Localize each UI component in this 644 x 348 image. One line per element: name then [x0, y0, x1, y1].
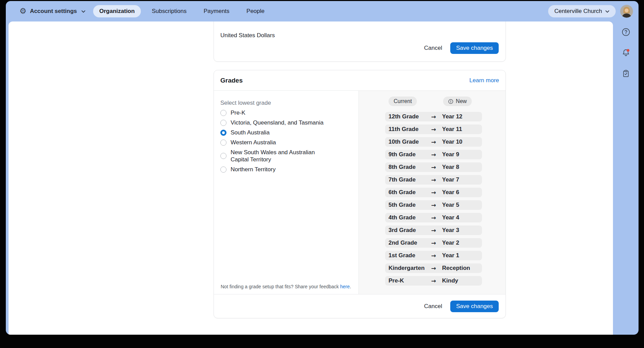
radio-option-victoria-queensland-tasmania[interactable]: Victoria, Queensland, and Tasmania: [220, 119, 352, 126]
current-column-pill: Current: [389, 97, 417, 106]
select-lowest-grade-label: Select lowest grade: [220, 100, 352, 106]
new-label: New: [456, 98, 467, 104]
new-grade: Kindy: [442, 277, 458, 284]
current-grade: 6th Grade: [389, 189, 427, 196]
app-window: ⚙ Account settings Organization Subscrip…: [6, 1, 639, 335]
mapping-row: 1st Grade→Year 1: [385, 251, 482, 260]
currency-card: United States Dollars Cancel Save change…: [214, 21, 506, 62]
mapping-row: 4th Grade→Year 4: [385, 213, 482, 222]
account-settings-menu[interactable]: ⚙ Account settings: [19, 1, 86, 21]
tab-organization[interactable]: Organization: [93, 5, 141, 17]
bell-icon: [621, 48, 631, 58]
arrow-right-icon: →: [427, 151, 440, 158]
radio-option-northern-territory[interactable]: Northern Territory: [220, 166, 352, 173]
tab-subscriptions[interactable]: Subscriptions: [146, 5, 193, 17]
save-changes-button[interactable]: Save changes: [450, 301, 499, 312]
mapping-row: Kindergarten→Reception: [385, 263, 482, 273]
current-grade: 3rd Grade: [389, 227, 427, 234]
arrow-right-icon: →: [427, 252, 440, 259]
radio-button[interactable]: [220, 153, 226, 159]
mapping-row: 7th Grade→Year 7: [385, 175, 482, 185]
mapping-row: 3rd Grade→Year 3: [385, 226, 482, 235]
radio-option-label[interactable]: South Australia: [231, 129, 269, 136]
mapping-row: Pre-K→Kindy: [385, 276, 482, 286]
grades-title: Grades: [220, 77, 243, 84]
arrow-right-icon: →: [427, 176, 440, 183]
new-grade: Year 7: [442, 176, 459, 183]
mapping-row: 11th Grade→Year 11: [385, 125, 482, 134]
new-grade: Year 10: [442, 139, 463, 145]
current-grade: 4th Grade: [389, 214, 427, 221]
current-grade: 2nd Grade: [389, 240, 427, 246]
new-column-pill: New: [443, 97, 472, 106]
current-grade: 11th Grade: [389, 126, 427, 133]
help-button[interactable]: [621, 27, 631, 37]
arrow-right-icon: →: [427, 202, 440, 208]
currency-card-actions: Cancel Save changes: [424, 42, 499, 54]
radio-option-label[interactable]: Northern Territory: [231, 166, 276, 173]
mapping-row: 2nd Grade→Year 2: [385, 238, 482, 248]
chevron-down-icon: [81, 10, 86, 13]
grades-card: Grades Learn more Select lowest grade Pr…: [214, 70, 506, 318]
radio-button[interactable]: [220, 110, 226, 116]
help-icon: [621, 27, 631, 37]
radio-option-label[interactable]: Pre-K: [231, 109, 245, 116]
current-grade: 1st Grade: [389, 252, 427, 259]
new-grade: Year 1: [442, 252, 459, 259]
new-grade: Year 3: [442, 227, 459, 234]
radio-button[interactable]: [220, 120, 226, 126]
learn-more-link[interactable]: Learn more: [469, 77, 499, 84]
grades-card-header: Grades Learn more: [214, 70, 506, 91]
arrow-right-icon: →: [427, 113, 440, 120]
new-grade: Year 2: [442, 240, 459, 246]
arrow-right-icon: →: [427, 189, 440, 196]
radio-button[interactable]: [220, 166, 226, 173]
main-content-panel: United States Dollars Cancel Save change…: [9, 21, 613, 335]
radio-option-label[interactable]: Western Australia: [231, 139, 276, 146]
radio-option-label[interactable]: Victoria, Queensland, and Tasmania: [231, 119, 324, 126]
radio-button[interactable]: [220, 140, 226, 146]
gear-icon: ⚙: [19, 7, 27, 15]
organization-selector[interactable]: Centerville Church: [548, 5, 616, 17]
radio-option-label[interactable]: New South Wales and Australian Capital T…: [231, 149, 330, 163]
tab-payments[interactable]: Payments: [197, 5, 236, 17]
current-grade: 10th Grade: [389, 139, 427, 145]
info-icon: [448, 99, 453, 104]
new-grade: Year 12: [442, 113, 463, 120]
tasks-button[interactable]: [621, 69, 631, 78]
mapping-row: 10th Grade→Year 10: [385, 137, 482, 147]
radio-option-south-australia[interactable]: South Australia: [220, 129, 352, 136]
new-grade: Year 5: [442, 202, 459, 208]
new-grade: Year 9: [442, 151, 459, 158]
currency-value: United States Dollars: [220, 32, 499, 39]
feedback-here-link[interactable]: here: [340, 284, 350, 289]
arrow-right-icon: →: [427, 139, 440, 145]
user-avatar[interactable]: [620, 5, 633, 18]
new-grade: Reception: [442, 265, 470, 272]
radio-option-nsw-act[interactable]: New South Wales and Australian Capital T…: [220, 149, 352, 163]
current-grade: 5th Grade: [389, 202, 427, 208]
new-grade: Year 6: [442, 189, 459, 196]
right-icon-rail: [613, 21, 639, 335]
save-changes-button[interactable]: Save changes: [450, 42, 499, 54]
radio-button-selected[interactable]: [220, 130, 226, 136]
mapping-row: 5th Grade→Year 5: [385, 200, 482, 210]
cancel-button[interactable]: Cancel: [424, 303, 442, 310]
clipboard-check-icon: [621, 69, 631, 78]
radio-option-pre-k[interactable]: Pre-K: [220, 109, 352, 116]
settings-cards-column: United States Dollars Cancel Save change…: [214, 21, 506, 318]
mapping-row: 8th Grade→Year 8: [385, 162, 482, 172]
topbar-right-cluster: Centerville Church: [548, 1, 633, 21]
cancel-button[interactable]: Cancel: [424, 45, 442, 52]
top-navigation-bar: ⚙ Account settings Organization Subscrip…: [6, 1, 639, 21]
feedback-text: Not finding a grade setup that fits? Sha…: [221, 284, 339, 289]
tab-people[interactable]: People: [240, 5, 271, 17]
notifications-button[interactable]: [621, 48, 631, 58]
current-grade: 9th Grade: [389, 151, 427, 158]
arrow-right-icon: →: [427, 126, 440, 133]
grades-card-actions: Cancel Save changes: [214, 294, 506, 318]
grade-mapping-panel: Current New: [359, 91, 506, 294]
organization-name: Centerville Church: [554, 8, 602, 15]
arrow-right-icon: →: [427, 277, 440, 284]
radio-option-western-australia[interactable]: Western Australia: [220, 139, 352, 146]
